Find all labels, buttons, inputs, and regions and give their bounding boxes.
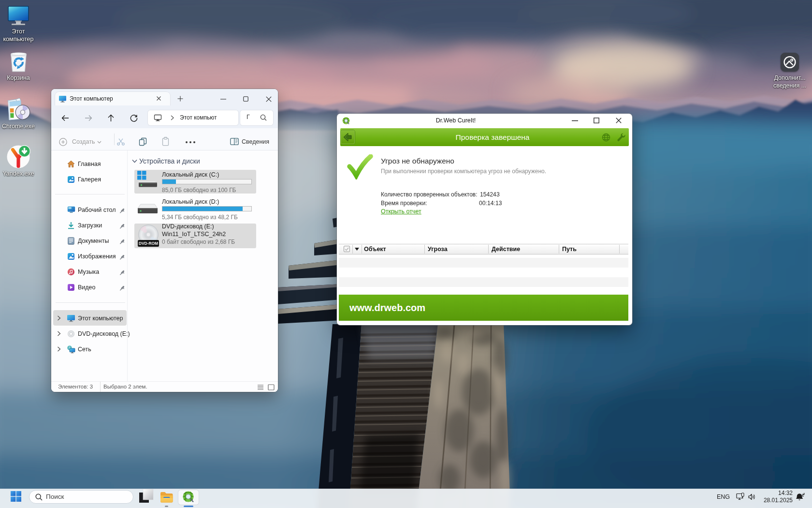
svg-text:z: z xyxy=(803,493,805,495)
svg-text:DVD-ROM: DVD-ROM xyxy=(139,241,158,246)
